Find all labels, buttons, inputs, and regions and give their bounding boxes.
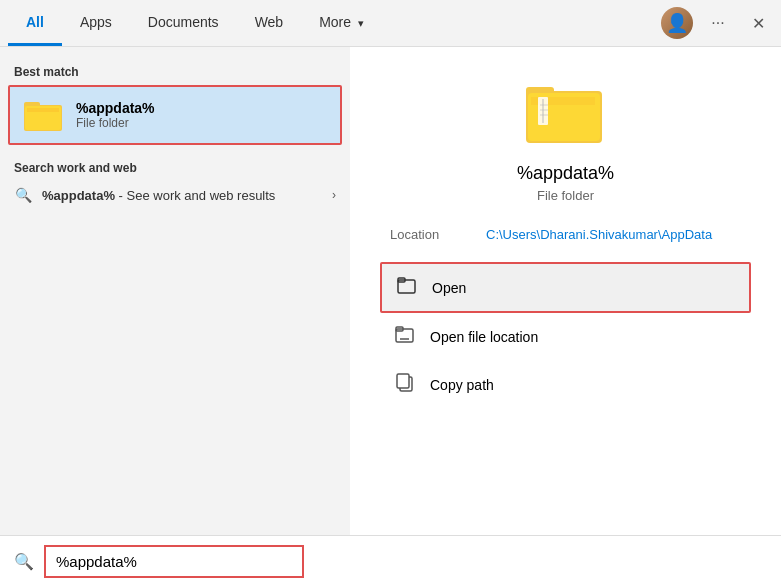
tab-more[interactable]: More bbox=[301, 0, 382, 46]
action-open[interactable]: Open bbox=[380, 262, 751, 313]
right-detail: Location C:\Users\Dharani.Shivakumar\App… bbox=[380, 227, 751, 242]
copy-icon bbox=[394, 372, 416, 397]
close-icon: ✕ bbox=[752, 14, 765, 33]
close-button[interactable]: ✕ bbox=[743, 8, 773, 38]
tab-web-label: Web bbox=[255, 14, 284, 30]
web-search-item[interactable]: 🔍 %appdata% - See work and web results › bbox=[0, 179, 350, 211]
best-match-label: Best match bbox=[0, 59, 350, 83]
item-name: %appdata% bbox=[76, 100, 155, 116]
best-match-text: %appdata% File folder bbox=[76, 100, 155, 130]
nav-right-actions: 👤 ··· ✕ bbox=[661, 7, 773, 39]
top-nav: All Apps Documents Web More 👤 ··· ✕ bbox=[0, 0, 781, 47]
bottom-bar: 🔍 bbox=[0, 535, 781, 587]
right-icon-area bbox=[380, 77, 751, 147]
tab-all-label: All bbox=[26, 14, 44, 30]
search-work-label: Search work and web bbox=[0, 147, 350, 179]
main-content: Best match %appdata% File folder Search … bbox=[0, 47, 781, 535]
ellipsis-button[interactable]: ··· bbox=[703, 8, 733, 38]
avatar[interactable]: 👤 bbox=[661, 7, 693, 39]
web-search-text: %appdata% - See work and web results bbox=[42, 188, 322, 203]
open-location-icon bbox=[394, 325, 416, 348]
tab-web[interactable]: Web bbox=[237, 0, 302, 46]
ellipsis-icon: ··· bbox=[711, 14, 724, 32]
best-match-item[interactable]: %appdata% File folder bbox=[8, 85, 342, 145]
tab-apps[interactable]: Apps bbox=[62, 0, 130, 46]
left-panel: Best match %appdata% File folder Search … bbox=[0, 47, 350, 535]
tab-more-label: More bbox=[319, 14, 351, 30]
item-type: File folder bbox=[76, 116, 155, 130]
location-value[interactable]: C:\Users\Dharani.Shivakumar\AppData bbox=[486, 227, 712, 242]
copy-path-label: Copy path bbox=[430, 377, 494, 393]
svg-rect-3 bbox=[27, 108, 59, 112]
action-list: Open Open file location bbox=[380, 262, 751, 409]
search-icon: 🔍 bbox=[14, 187, 32, 203]
open-label: Open bbox=[432, 280, 466, 296]
large-folder-icon bbox=[526, 77, 606, 147]
web-search-suffix: - See work and web results bbox=[115, 188, 275, 203]
right-title: %appdata% bbox=[380, 163, 751, 184]
open-icon bbox=[396, 276, 418, 299]
svg-rect-9 bbox=[542, 99, 544, 123]
svg-rect-19 bbox=[397, 374, 409, 388]
action-open-location[interactable]: Open file location bbox=[380, 313, 751, 360]
open-location-label: Open file location bbox=[430, 329, 538, 345]
right-subtitle: File folder bbox=[380, 188, 751, 203]
chevron-right-icon: › bbox=[332, 188, 336, 202]
chevron-down-icon bbox=[355, 14, 364, 30]
tab-documents-label: Documents bbox=[148, 14, 219, 30]
tab-apps-label: Apps bbox=[80, 14, 112, 30]
location-label: Location bbox=[390, 227, 470, 242]
tab-documents[interactable]: Documents bbox=[130, 0, 237, 46]
action-copy-path[interactable]: Copy path bbox=[380, 360, 751, 409]
tab-all[interactable]: All bbox=[8, 0, 62, 46]
web-search-query: %appdata% bbox=[42, 188, 115, 203]
search-input[interactable] bbox=[44, 545, 304, 578]
right-panel: %appdata% File folder Location C:\Users\… bbox=[350, 47, 781, 535]
folder-icon bbox=[24, 97, 64, 133]
bottom-search-icon: 🔍 bbox=[14, 552, 34, 571]
